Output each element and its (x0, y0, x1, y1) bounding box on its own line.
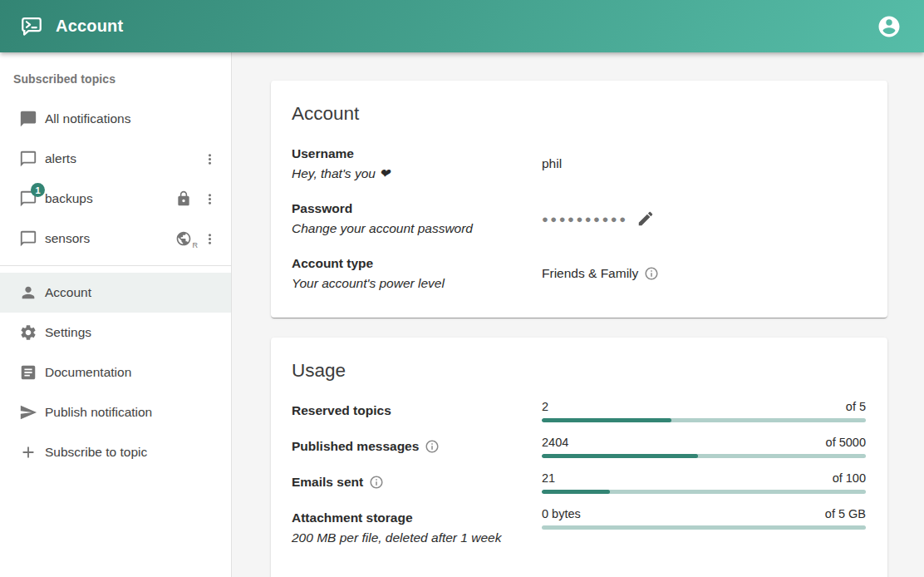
progress-bar-fill (542, 454, 698, 458)
globe-reserved-icon: R (175, 230, 192, 247)
nav-label: Subscribe to topic (45, 445, 218, 460)
account-type-row: Account type Your account's power level … (271, 246, 887, 301)
more-vert-icon (202, 231, 218, 247)
usage-limit: of 100 (833, 471, 866, 486)
username-sublabel: Hey, that's you ❤ (292, 164, 542, 184)
emails-sent-label: Emails sent (292, 472, 363, 492)
progress-bar-fill (542, 418, 671, 422)
more-vert-icon (202, 151, 218, 167)
topic-label: alerts (45, 151, 201, 166)
sidebar-item-settings[interactable]: Settings (0, 313, 231, 353)
account-card: Account Username Hey, that's you ❤ phil … (271, 81, 887, 318)
notification-count-badge: 1 (31, 183, 45, 197)
chat-bubble-icon (19, 110, 37, 128)
username-label: Username (292, 144, 542, 164)
account-type-sublabel: Your account's power level (292, 274, 542, 293)
ntfy-logo-icon (20, 15, 43, 38)
progress-bar (542, 418, 866, 422)
usage-current: 21 (542, 471, 555, 486)
username-row: Username Hey, that's you ❤ phil (271, 136, 887, 191)
reserved-topics-row: Reserved topics 2 of 5 (271, 393, 887, 429)
sidebar-item-topic-alerts[interactable]: alerts (0, 139, 231, 179)
sidebar-item-topic-sensors[interactable]: sensors R (0, 219, 231, 259)
subscribed-topics-header: Subscribed topics (0, 59, 231, 99)
info-icon[interactable] (369, 475, 384, 490)
topic-menu-button[interactable] (201, 189, 218, 209)
more-vert-icon (202, 191, 218, 207)
progress-bar (542, 525, 866, 530)
reserved-marker: R (193, 241, 199, 249)
main-content: Account Username Hey, that's you ❤ phil … (232, 52, 924, 577)
article-icon (19, 363, 37, 382)
password-label: Password (292, 199, 542, 219)
username-value: phil (542, 156, 562, 171)
usage-current: 2 (542, 399, 548, 415)
page-title: Account (56, 17, 872, 36)
sidebar-item-subscribe-to-topic[interactable]: Subscribe to topic (0, 432, 231, 472)
attachment-storage-sublabel: 200 MB per file, deleted after 1 week (292, 528, 542, 548)
sidebar-item-topic-backups[interactable]: 1 backups (0, 179, 231, 219)
password-row: Password Change your account password ●●… (271, 191, 887, 246)
nav-label: Publish notification (45, 405, 218, 420)
topic-menu-button[interactable] (201, 149, 218, 169)
sidebar-item-all-notifications[interactable]: All notifications (0, 99, 231, 139)
account-circle-icon (877, 14, 902, 39)
info-icon[interactable] (644, 266, 659, 281)
usage-card: Usage Reserved topics 2 of 5 Pu (271, 338, 887, 577)
progress-bar (542, 490, 866, 494)
sidebar-item-documentation[interactable]: Documentation (0, 353, 231, 392)
usage-limit: of 5 (846, 399, 866, 415)
app-bar: Account (0, 0, 924, 52)
send-icon (19, 403, 37, 422)
person-icon (19, 284, 37, 302)
sidebar-divider (0, 265, 231, 266)
attachment-storage-label: Attachment storage (292, 508, 542, 528)
account-type-label: Account type (292, 254, 542, 274)
password-sublabel: Change your account password (292, 219, 542, 239)
chat-bubble-outline-icon (19, 150, 37, 168)
topic-menu-button[interactable] (201, 229, 218, 249)
chat-bubble-outline-icon: 1 (19, 190, 37, 208)
account-menu-button[interactable] (872, 10, 906, 43)
topic-label: backups (45, 191, 175, 206)
usage-limit: of 5 GB (825, 506, 866, 522)
topic-label: All notifications (45, 111, 218, 126)
plus-icon (19, 443, 37, 461)
edit-password-button[interactable] (636, 210, 655, 228)
usage-card-title: Usage (271, 338, 887, 393)
sidebar-item-account[interactable]: Account (0, 273, 231, 313)
chat-bubble-outline-icon (19, 229, 37, 248)
nav-label: Documentation (45, 365, 218, 380)
nav-label: Settings (45, 325, 218, 340)
usage-current: 2404 (542, 435, 568, 451)
account-card-title: Account (271, 81, 887, 136)
pencil-icon (636, 210, 655, 228)
progress-bar (542, 454, 866, 458)
sidebar: Subscribed topics All notifications aler… (0, 52, 232, 577)
attachment-storage-row: Attachment storage 200 MB per file, dele… (271, 501, 887, 555)
reserved-topics-label: Reserved topics (292, 401, 391, 421)
topic-label: sensors (45, 231, 175, 246)
account-type-value: Friends & Family (542, 266, 638, 281)
emails-sent-row: Emails sent 21 of 100 (271, 465, 887, 501)
progress-bar-fill (542, 490, 610, 494)
info-icon[interactable] (425, 439, 440, 454)
published-messages-row: Published messages 2404 of 5000 (271, 429, 887, 465)
usage-limit: of 5000 (826, 435, 866, 451)
sidebar-item-publish-notification[interactable]: Publish notification (0, 392, 231, 432)
published-messages-label: Published messages (292, 436, 419, 456)
password-masked-value: ●●●●●●●●●● (542, 213, 628, 225)
lock-icon (175, 190, 192, 207)
nav-label: Account (45, 285, 218, 300)
gear-icon (19, 323, 37, 342)
usage-current: 0 bytes (542, 506, 581, 522)
